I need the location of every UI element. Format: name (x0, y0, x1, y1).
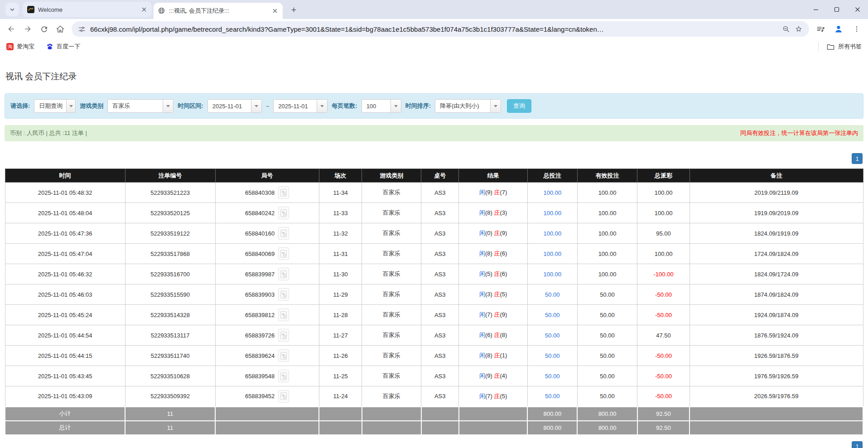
tab-close-icon[interactable] (140, 5, 148, 14)
maximize-button[interactable] (826, 0, 847, 19)
query-type-select[interactable]: 日期查询 (34, 99, 76, 113)
bet-table-footer: 小计 11 800.00 800.00 92.50 总计 11 800.00 8… (5, 407, 863, 435)
browser-menu-icon[interactable] (849, 21, 864, 37)
divider (818, 42, 819, 51)
video-replay-icon[interactable] (278, 207, 289, 219)
bookmark-star-icon[interactable] (795, 25, 803, 33)
cell-bet-id: 522933515590 (125, 284, 215, 305)
round-number: 658839452 (245, 393, 275, 400)
all-bookmarks[interactable]: 所有书签 (818, 42, 862, 51)
round-number: 658840069 (245, 250, 275, 257)
cell-valid-bet: 50.00 (577, 346, 637, 366)
select-caret-icon[interactable] (490, 100, 501, 112)
select-caret-icon[interactable] (391, 100, 401, 112)
video-replay-icon[interactable] (278, 329, 289, 342)
total-bet-link[interactable]: 100.00 (543, 189, 561, 196)
globe-icon (158, 7, 165, 14)
video-replay-icon[interactable] (278, 227, 289, 240)
address-bar[interactable]: 66cxkj98.com/ipl/portal.php/game/betreco… (72, 21, 809, 37)
browser-tab-betrecord[interactable]: :::视讯, 会员下注纪录::: (154, 3, 283, 19)
select-caret-icon[interactable] (317, 100, 327, 112)
cell-note: 1874.09/1824.09 (690, 284, 863, 305)
video-replay-icon[interactable] (278, 308, 289, 321)
forward-button[interactable] (20, 21, 35, 37)
result-banker-label: 庄 (494, 270, 500, 277)
total-bet-link[interactable]: 50.00 (545, 373, 560, 380)
video-replay-icon[interactable] (278, 268, 289, 280)
back-button[interactable] (4, 21, 19, 37)
video-replay-icon[interactable] (278, 288, 289, 301)
col-session: 场次 (319, 169, 362, 183)
page-1-button[interactable]: 1 (852, 153, 863, 164)
date-from-select[interactable]: 2025-11-01 (207, 99, 262, 113)
total-bet-link[interactable]: 100.00 (543, 230, 561, 237)
cell-bet-id: 522933513117 (125, 325, 215, 346)
tab-strip: Welcome :::视讯, 会员下注纪录::: (0, 0, 868, 19)
cell-round: 658840160 (215, 223, 319, 244)
cell-total-bet: 50.00 (527, 305, 577, 325)
cell-valid-bet: 100.00 (577, 264, 637, 284)
new-tab-button[interactable] (287, 3, 300, 16)
game-type-select[interactable]: 百家乐 (107, 99, 174, 113)
url-text[interactable]: 66cxkj98.com/ipl/portal.php/game/betreco… (90, 25, 777, 33)
total-bet-link[interactable]: 50.00 (545, 332, 560, 339)
tab-search-button[interactable] (5, 3, 19, 16)
result-player-label: 闲 (479, 393, 485, 400)
total-bet-link[interactable]: 50.00 (545, 312, 560, 318)
select-caret-icon[interactable] (66, 100, 75, 112)
select-caret-icon[interactable] (251, 100, 261, 112)
site-info-icon[interactable] (78, 25, 86, 33)
video-replay-icon[interactable] (278, 370, 289, 382)
select-type-label: 请选择: (10, 102, 30, 110)
summary-empty (690, 421, 863, 435)
tab-close-icon[interactable] (271, 7, 279, 15)
page-title: 视讯 会员下注纪录 (5, 71, 863, 82)
total-bet-link[interactable]: 50.00 (545, 393, 560, 400)
video-replay-icon[interactable] (278, 186, 289, 199)
video-replay-icon[interactable] (278, 247, 289, 260)
col-valid-bet: 有效投注 (577, 169, 637, 183)
cell-round: 658839624 (215, 346, 319, 366)
query-button[interactable]: 查询 (507, 99, 531, 113)
total-bet-link[interactable]: 100.00 (543, 250, 561, 257)
media-playlist-icon[interactable] (813, 21, 828, 37)
zoom-out-icon[interactable] (782, 25, 790, 33)
result-player-label: 闲 (479, 332, 485, 338)
cell-note: 1924.09/1874.09 (690, 305, 863, 325)
reload-button[interactable] (36, 21, 52, 37)
col-game-type: 游戏类别 (362, 169, 421, 183)
bookmark-aitaobao[interactable]: 淘 爱淘宝 (6, 43, 34, 51)
total-bet-link[interactable]: 50.00 (545, 352, 560, 359)
minimize-button[interactable] (805, 0, 826, 19)
total-bet-link[interactable]: 50.00 (545, 291, 560, 298)
summary-empty (362, 407, 421, 421)
total-bet-link[interactable]: 100.00 (543, 271, 561, 278)
cell-table-number: AS3 (421, 183, 459, 203)
video-replay-icon[interactable] (278, 349, 289, 362)
page-size-select[interactable]: 100 (362, 99, 401, 113)
table-row: 2025-11-01 05:48:32 522933521223 6588403… (5, 183, 863, 203)
cell-note: 1724.09/1824.09 (690, 244, 863, 264)
bookmarks-bar: 淘 爱淘宝 百度一下 所有书签 (0, 39, 868, 54)
toolbar-right-group (813, 21, 864, 37)
video-replay-icon[interactable] (278, 390, 289, 403)
sort-select[interactable]: 降幂(由大到小) (435, 99, 501, 113)
cell-session: 11-24 (319, 386, 362, 407)
bookmark-baidu[interactable]: 百度一下 (46, 43, 80, 51)
browser-tab-welcome[interactable]: Welcome (23, 2, 152, 17)
cell-table-number: AS3 (421, 284, 459, 305)
profile-avatar[interactable] (831, 21, 846, 37)
select-caret-icon[interactable] (163, 100, 173, 112)
cell-valid-bet: 50.00 (577, 386, 637, 407)
result-banker-score: (1) (500, 352, 507, 359)
cell-game-type: 百家乐 (362, 264, 421, 284)
table-row: 2025-11-01 05:43:09 522933509392 6588394… (5, 386, 863, 407)
summary-valid-bet: 800.00 (577, 421, 637, 435)
page-1-button[interactable]: 1 (852, 441, 863, 448)
cell-game-type: 百家乐 (362, 183, 421, 203)
home-button[interactable] (53, 21, 68, 37)
total-bet-link[interactable]: 100.00 (543, 210, 561, 217)
cell-payout: -50.00 (637, 366, 690, 386)
close-button[interactable] (847, 0, 868, 19)
date-to-select[interactable]: 2025-11-01 (273, 99, 328, 113)
